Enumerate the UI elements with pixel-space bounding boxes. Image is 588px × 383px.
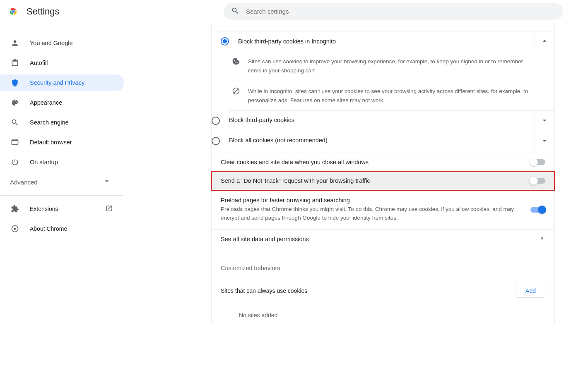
sidebar-item-default-browser[interactable]: Default browser xyxy=(0,134,124,151)
toggle-clear-on-close[interactable] xyxy=(530,159,545,165)
clipboard-icon xyxy=(10,58,20,68)
sidebar-item-label: Search engine xyxy=(30,119,69,126)
sidebar-item-label: Appearance xyxy=(30,99,62,106)
search-icon xyxy=(231,7,246,16)
chevron-right-icon xyxy=(540,235,545,242)
no-sites-message: No sites added xyxy=(212,306,554,324)
toggle-label: Send a "Do Not Track" request with your … xyxy=(221,177,524,184)
shield-icon xyxy=(10,78,20,88)
sidebar-item-about-chrome[interactable]: About Chrome xyxy=(0,220,123,237)
sidebar-item-label: About Chrome xyxy=(30,225,67,232)
preload-title: Preload pages for faster browsing and se… xyxy=(221,197,516,203)
block-icon xyxy=(229,87,243,95)
sidebar-item-appearance[interactable]: Appearance xyxy=(0,94,124,111)
search-input[interactable] xyxy=(246,8,556,15)
option-label: Block third-party cookies in Incognito xyxy=(238,38,530,45)
link-label: See all site data and permissions xyxy=(221,236,540,242)
row-preload-pages[interactable]: Preload pages for faster browsing and se… xyxy=(212,190,554,230)
chrome-logo-icon xyxy=(8,7,18,17)
radio-block-all[interactable] xyxy=(212,137,220,145)
sidebar-advanced-toggle[interactable]: Advanced xyxy=(0,174,123,190)
sidebar-item-label: Extensions xyxy=(30,206,58,212)
cookie-icon xyxy=(229,57,243,65)
option-description: While in Incognito, sites can't use your… xyxy=(248,87,545,105)
add-button[interactable]: Add xyxy=(516,284,545,298)
sidebar: You and Google Autofill Security and Pri… xyxy=(0,23,124,324)
chevron-down-icon xyxy=(540,116,550,126)
search-icon xyxy=(10,117,20,127)
option-description: Sites can use cookies to improve your br… xyxy=(248,57,545,75)
advanced-label: Advanced xyxy=(10,179,38,186)
chevron-up-icon xyxy=(540,36,550,46)
search-settings-field[interactable] xyxy=(224,3,563,20)
person-icon xyxy=(10,38,20,48)
app-header: Settings xyxy=(0,0,588,23)
row-see-all-site-data[interactable]: See all site data and permissions xyxy=(212,230,554,248)
chevron-down-icon xyxy=(103,177,113,187)
sidebar-item-autofill[interactable]: Autofill xyxy=(0,55,124,71)
page-title: Settings xyxy=(27,6,60,17)
palette-icon xyxy=(10,98,20,108)
open-external-icon xyxy=(105,205,113,213)
svg-point-3 xyxy=(12,11,14,12)
radio-block-third-party-incognito[interactable] xyxy=(221,37,229,45)
collapse-button[interactable] xyxy=(535,31,554,51)
sidebar-item-label: Autofill xyxy=(30,60,48,66)
panel-top-edge xyxy=(212,23,554,31)
row-sites-always-use-cookies: Sites that can always use cookies Add xyxy=(212,275,554,306)
sidebar-item-you-and-google[interactable]: You and Google xyxy=(0,35,124,51)
subsection-label: Sites that can always use cookies xyxy=(221,287,307,294)
chrome-outline-icon xyxy=(10,224,20,234)
sidebar-item-label: On startup xyxy=(30,159,58,165)
expand-button[interactable] xyxy=(535,111,554,131)
sidebar-item-label: You and Google xyxy=(30,40,72,46)
option-label: Block third-party cookies xyxy=(229,117,530,123)
toggle-preload[interactable] xyxy=(530,207,545,213)
option-label: Block all cookies (not recommended) xyxy=(229,137,530,144)
sidebar-item-extensions[interactable]: Extensions xyxy=(0,201,123,217)
svg-point-5 xyxy=(14,228,16,230)
toggle-do-not-track[interactable] xyxy=(530,178,545,184)
toggle-label: Clear cookies and site data when you clo… xyxy=(221,159,524,165)
settings-panel: Block third-party cookies in Incognito S… xyxy=(211,23,555,324)
window-icon xyxy=(10,137,20,147)
row-do-not-track[interactable]: Send a "Do Not Track" request with your … xyxy=(212,172,554,190)
chevron-down-icon xyxy=(540,136,550,146)
expand-button[interactable] xyxy=(535,131,554,151)
row-clear-on-close[interactable]: Clear cookies and site data when you clo… xyxy=(212,153,554,172)
extension-icon xyxy=(10,204,20,214)
sidebar-item-label: Security and Privacy xyxy=(30,79,84,86)
sidebar-item-label: Default browser xyxy=(30,139,72,146)
sidebar-item-search-engine[interactable]: Search engine xyxy=(0,114,124,131)
preload-description: Preloads pages that Chrome thinks you mi… xyxy=(221,205,516,223)
customized-behaviors-heading: Customized behaviors xyxy=(212,248,554,275)
radio-block-third-party[interactable] xyxy=(212,117,220,125)
divider xyxy=(0,195,123,196)
power-icon xyxy=(10,157,20,167)
sidebar-item-on-startup[interactable]: On startup xyxy=(0,154,124,170)
sidebar-item-security-privacy[interactable]: Security and Privacy xyxy=(0,74,124,91)
